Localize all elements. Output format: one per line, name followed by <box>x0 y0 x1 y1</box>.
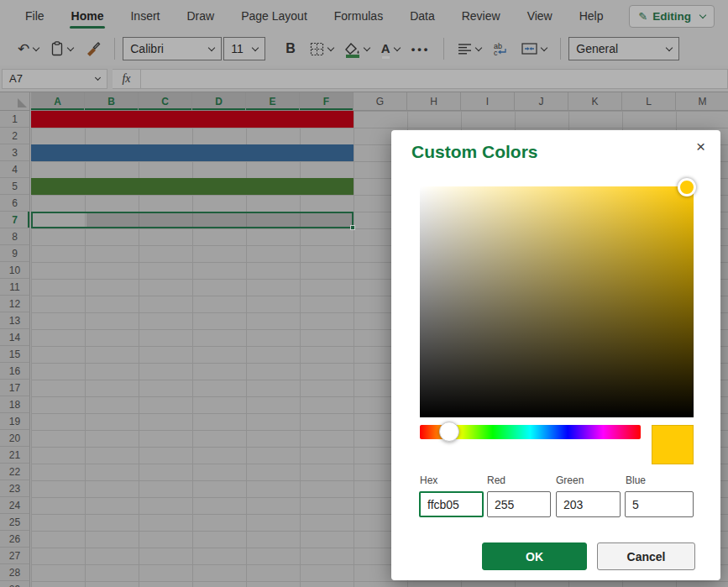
tab-help[interactable]: Help <box>566 0 617 32</box>
editing-mode-button[interactable]: ✎ Editing <box>629 5 715 28</box>
hue-slider[interactable] <box>420 425 641 439</box>
filled-row-5[interactable] <box>31 178 354 195</box>
color-picker-handle[interactable] <box>678 178 696 197</box>
tab-draw[interactable]: Draw <box>173 0 228 32</box>
column-header-a[interactable]: A <box>31 92 85 111</box>
row-header-2[interactable]: 2 <box>0 128 30 144</box>
merge-cells-icon <box>521 43 537 55</box>
align-button[interactable] <box>452 36 487 61</box>
ok-button[interactable]: OK <box>482 542 587 570</box>
column-header-b[interactable]: B <box>85 92 139 111</box>
select-all-button[interactable] <box>0 92 30 111</box>
row-header-12[interactable]: 12 <box>0 296 30 312</box>
more-font-options-button[interactable]: ••• <box>406 36 437 61</box>
chevron-down-icon <box>252 45 259 51</box>
row-header-15[interactable]: 15 <box>0 346 30 363</box>
tab-file[interactable]: File <box>12 0 58 32</box>
row-header-29[interactable]: 29 <box>0 581 30 587</box>
row-header-22[interactable]: 22 <box>0 464 30 480</box>
column-header-e[interactable]: E <box>246 92 300 111</box>
fill-color-button[interactable] <box>339 36 375 61</box>
close-icon[interactable]: × <box>692 136 710 157</box>
tab-home[interactable]: Home <box>58 0 118 32</box>
format-painter-button[interactable] <box>79 36 107 61</box>
column-header-c[interactable]: C <box>139 92 192 111</box>
tab-view[interactable]: View <box>514 0 566 32</box>
row-header-7[interactable]: 7 <box>0 212 30 228</box>
row-header-18[interactable]: 18 <box>0 396 30 413</box>
green-label: Green <box>556 474 584 486</box>
name-box[interactable]: A7 <box>2 69 107 89</box>
row-header-10[interactable]: 10 <box>0 262 30 279</box>
tab-formulas[interactable]: Formulas <box>321 0 396 32</box>
red-input[interactable] <box>487 491 551 517</box>
row-header-19[interactable]: 19 <box>0 413 30 430</box>
row-header-17[interactable]: 17 <box>0 380 30 396</box>
column-header-k[interactable]: K <box>568 92 622 111</box>
formula-input[interactable] <box>141 69 728 89</box>
merge-cells-button[interactable] <box>516 36 553 61</box>
row-header-1[interactable]: 1 <box>0 111 30 128</box>
column-header-f[interactable]: F <box>300 92 354 111</box>
row-header-11[interactable]: 11 <box>0 279 30 296</box>
format-painter-icon <box>85 41 101 56</box>
saturation-brightness-picker[interactable] <box>420 186 694 417</box>
row-header-23[interactable]: 23 <box>0 480 30 497</box>
row-header-16[interactable]: 16 <box>0 363 30 380</box>
number-format-select[interactable]: General <box>568 37 679 60</box>
undo-button[interactable]: ↶ <box>12 36 45 61</box>
wrap-text-button[interactable]: ab c <box>487 36 516 61</box>
column-header-i[interactable]: I <box>461 92 515 111</box>
chevron-down-icon <box>699 12 706 18</box>
tab-review[interactable]: Review <box>448 0 514 32</box>
row-header-26[interactable]: 26 <box>0 531 30 548</box>
row-header-27[interactable]: 27 <box>0 548 30 564</box>
font-color-button[interactable]: A <box>375 36 406 61</box>
svg-text:c: c <box>494 49 498 56</box>
selection-range[interactable] <box>31 212 354 228</box>
column-header-h[interactable]: H <box>407 92 461 111</box>
borders-button[interactable] <box>304 36 339 61</box>
font-color-swatch-bar <box>382 56 390 60</box>
blue-input[interactable] <box>625 491 694 517</box>
column-header-l[interactable]: L <box>622 92 676 111</box>
column-header-j[interactable]: J <box>515 92 568 111</box>
fill-handle[interactable] <box>350 225 355 230</box>
row-header-20[interactable]: 20 <box>0 430 30 447</box>
chevron-down-icon <box>95 75 101 81</box>
row-header-28[interactable]: 28 <box>0 564 30 581</box>
row-header-9[interactable]: 9 <box>0 245 30 262</box>
font-color-icon: A <box>381 41 390 55</box>
toolbar-divider <box>114 38 115 60</box>
font-name-select[interactable]: Calibri <box>123 37 222 60</box>
row-header-6[interactable]: 6 <box>0 195 30 212</box>
column-header-d[interactable]: D <box>192 92 246 111</box>
hex-label: Hex <box>420 474 437 486</box>
hue-slider-handle[interactable] <box>439 422 459 442</box>
tab-page-layout[interactable]: Page Layout <box>228 0 321 32</box>
hex-input[interactable] <box>419 491 484 517</box>
row-header-4[interactable]: 4 <box>0 161 30 178</box>
row-header-24[interactable]: 24 <box>0 497 30 514</box>
chevron-down-icon <box>327 45 334 51</box>
font-name-value: Calibri <box>130 42 164 55</box>
filled-row-1[interactable] <box>31 111 354 128</box>
green-input[interactable] <box>556 491 621 517</box>
paste-button[interactable] <box>45 36 79 61</box>
tab-insert[interactable]: Insert <box>117 0 173 32</box>
bold-button[interactable]: B <box>277 36 304 61</box>
tab-data[interactable]: Data <box>396 0 448 32</box>
insert-function-button[interactable]: fx <box>113 69 141 89</box>
column-header-g[interactable]: G <box>354 92 407 111</box>
row-header-3[interactable]: 3 <box>0 144 30 161</box>
row-header-25[interactable]: 25 <box>0 514 30 531</box>
row-header-13[interactable]: 13 <box>0 312 30 329</box>
row-header-14[interactable]: 14 <box>0 329 30 346</box>
row-header-5[interactable]: 5 <box>0 178 30 195</box>
row-header-8[interactable]: 8 <box>0 228 30 245</box>
column-header-m[interactable]: M <box>676 92 728 111</box>
row-header-21[interactable]: 21 <box>0 447 30 464</box>
cancel-button[interactable]: Cancel <box>597 542 695 570</box>
filled-row-3[interactable] <box>31 144 354 161</box>
font-size-select[interactable]: 11 <box>223 37 265 60</box>
